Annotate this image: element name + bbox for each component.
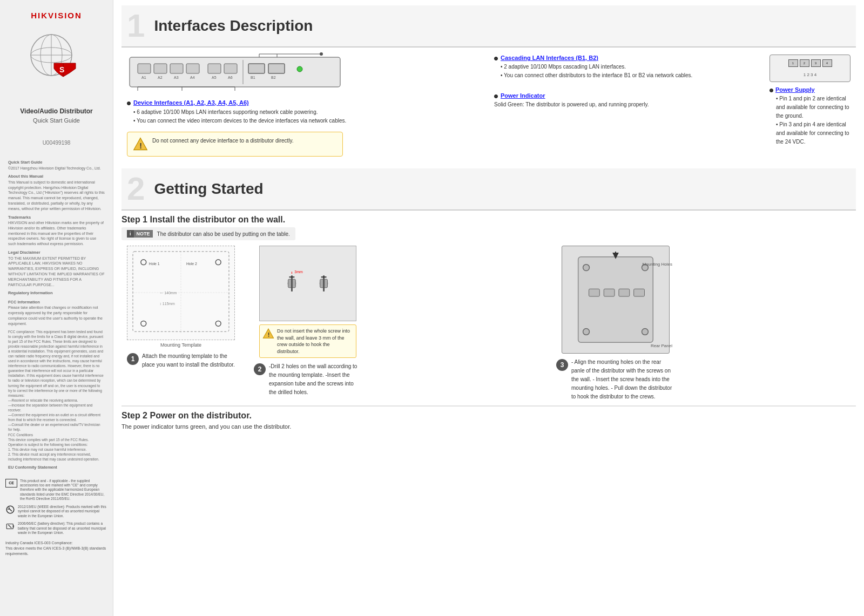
svg-text:↕ 115mm: ↕ 115mm xyxy=(159,302,175,306)
step1-title: Step 1 Install the distributor on the wa… xyxy=(122,215,856,225)
step3-text: - Align the mounting holes on the rear p… xyxy=(571,358,675,401)
legal-fcc-text: Please take attention that changes or mo… xyxy=(8,305,105,326)
svg-rect-69 xyxy=(589,289,600,296)
pin4-box: 4 xyxy=(822,59,832,67)
svg-text:Hole 2: Hole 2 xyxy=(186,262,197,266)
battery-row: 2006/66/EC (battery directive): This pro… xyxy=(5,522,107,535)
svg-rect-70 xyxy=(604,289,615,296)
power-indicator-text: Solid Green: The distributor is powered … xyxy=(494,100,764,109)
note-text: The distributor can also be used by putt… xyxy=(157,231,290,237)
legal-copyright: ©2017 Hangzhou Hikvision Digital Technol… xyxy=(8,166,105,171)
pin-number-labels: 1 2 3 4 xyxy=(804,72,816,77)
model-number: U00499198 xyxy=(43,140,71,146)
rear-panel-container: Mounting Holes Rear Panel xyxy=(562,246,670,354)
pin2-box: 2 xyxy=(800,59,809,67)
device-interface-bullet1: 6 adaptive 10/100 Mbps LAN interfaces su… xyxy=(127,108,346,117)
step3-circle: 3 xyxy=(556,359,568,371)
svg-rect-12 xyxy=(138,64,151,73)
warning-box: ! Do not connect any device interface to… xyxy=(127,132,343,157)
drill-warning-icon: ! xyxy=(262,328,274,340)
logo-area: HIKVISION S xyxy=(24,11,89,97)
warning-text: Do not connect any device interface to a… xyxy=(152,137,294,145)
svg-rect-71 xyxy=(619,289,630,296)
svg-text:S: S xyxy=(59,65,64,74)
step1-text: Attach the mounting template to the plac… xyxy=(142,352,235,369)
compliance-canada: Industry Canada ICES-003 Compliance: Thi… xyxy=(5,540,107,556)
ce-text: This product and - if applicable - the s… xyxy=(20,479,107,502)
power-indicator-dot xyxy=(494,94,498,98)
main-content: 1 Interfaces Description xyxy=(113,0,864,616)
legal-heading-trademark: Trademarks xyxy=(8,215,105,221)
device-diagram-svg: A1 A2 A3 A4 A5 A6 B1 B2 xyxy=(127,52,354,92)
hikvision-logo: HIKVISION xyxy=(24,11,89,20)
device-interface-bullet2: You can connect the video intercom devic… xyxy=(127,117,346,125)
left-sidebar: HIKVISION S Video/Audio Distributor Quic… xyxy=(0,0,113,616)
battery-text: 2006/66/EC (battery directive): This pro… xyxy=(18,522,107,535)
step2-text: -Drill 2 holes on the wall according to … xyxy=(269,362,362,397)
section2-header: 2 Getting Started xyxy=(122,168,856,211)
weee-text: 2012/19/EU (WEEE directive): Products ma… xyxy=(18,505,107,518)
power-supply-bullet1: Pin 1 and pin 2 are identical and availa… xyxy=(770,94,850,120)
svg-text:A5: A5 xyxy=(212,76,217,79)
legal-manual-text: This Manual is subject to domestic and i… xyxy=(8,180,105,212)
svg-text:A3: A3 xyxy=(174,76,179,79)
svg-text:↔ 140mm: ↔ 140mm xyxy=(159,291,177,295)
legal-disclaimer-text: TO THE MAXIMUM EXTENT PERMITTED BY APPLI… xyxy=(8,256,105,288)
svg-point-68 xyxy=(642,328,649,335)
cascading-bullet2: You can connect other distributors to th… xyxy=(494,71,764,80)
svg-rect-9 xyxy=(13,525,14,528)
cascading-dot xyxy=(494,57,498,60)
step3-block: Mounting Holes Rear Panel 3 - Align the … xyxy=(375,246,856,401)
three-steps-row: Hole 1 Hole 2 ↔ 140mm ↕ 115mm Mounting T… xyxy=(122,246,856,401)
legal-trademark-text: HIKVISION and other Hikvision marks are … xyxy=(8,220,105,247)
device-interfaces-dot xyxy=(127,101,131,105)
svg-text:A6: A6 xyxy=(228,76,233,79)
drill-warning-box: ! Do not insert the whole screw into the… xyxy=(259,324,356,358)
svg-point-41 xyxy=(141,260,146,265)
step2-title: Step 2 Power on the distributor. xyxy=(122,411,856,421)
svg-text:B1: B1 xyxy=(251,76,255,79)
svg-text:A4: A4 xyxy=(190,76,195,79)
section2-number: 2 xyxy=(127,173,145,205)
pin-row: 1 2 3 4 xyxy=(788,59,832,67)
battery-icon xyxy=(5,522,15,531)
rear-panel-label: Rear Panel xyxy=(651,343,672,348)
svg-rect-15 xyxy=(186,64,199,73)
legal-heading-manual: About this Manual xyxy=(8,174,105,180)
warning-triangle-icon: ! xyxy=(133,137,148,152)
svg-point-37 xyxy=(320,52,323,56)
interfaces-layout: A1 A2 A3 A4 A5 A6 B1 B2 xyxy=(122,52,856,162)
legal-heading-guide: Quick Start Guide xyxy=(8,160,105,166)
pin3-box: 3 xyxy=(811,59,821,67)
legal-text: Quick Start Guide ©2017 Hangzhou Hikvisi… xyxy=(5,157,107,471)
svg-rect-19 xyxy=(248,64,265,73)
svg-point-42 xyxy=(215,260,221,265)
product-subtitle: Quick Start Guide xyxy=(33,117,80,124)
svg-text:3mm: 3mm xyxy=(294,270,303,274)
step1-block: Hole 1 Hole 2 ↔ 140mm ↕ 115mm Mounting T… xyxy=(122,246,240,369)
ce-row: CE This product and - if applicable - th… xyxy=(5,479,107,502)
svg-text:!: ! xyxy=(268,331,270,338)
svg-text:Hole 1: Hole 1 xyxy=(149,262,160,266)
compliance-icons: CE This product and - if applicable - th… xyxy=(5,479,107,536)
note-i-icon: i xyxy=(127,230,134,238)
svg-text:A1: A1 xyxy=(141,76,146,79)
svg-rect-16 xyxy=(208,64,221,73)
svg-text:B2: B2 xyxy=(271,76,276,79)
svg-point-65 xyxy=(583,265,590,271)
svg-point-44 xyxy=(215,321,221,326)
svg-rect-14 xyxy=(170,64,183,73)
ce-icon: CE xyxy=(5,479,17,488)
power-supply-bullet2: Pin 3 and pin 4 are identical and availa… xyxy=(770,120,850,146)
svg-rect-13 xyxy=(154,64,167,73)
fcc-compliance-text: FCC compliance: This equipment has been … xyxy=(8,329,105,462)
mounting-holes-label: Mounting Holes xyxy=(642,262,672,267)
note-icon-group: i NOTE xyxy=(127,230,153,238)
drill-warning-text: Do not insert the whole screw into the w… xyxy=(277,328,353,355)
weee-row: 2012/19/EU (WEEE directive): Products ma… xyxy=(5,505,107,518)
svg-rect-51 xyxy=(260,246,355,321)
step2-instruction: 2 -Drill 2 holes on the wall according t… xyxy=(254,362,362,397)
mounting-template-svg: Hole 1 Hole 2 ↔ 140mm ↕ 115mm xyxy=(127,246,235,340)
section2-title: Getting Started xyxy=(154,180,263,198)
legal-heading-fcc: FCC Information xyxy=(8,300,105,306)
